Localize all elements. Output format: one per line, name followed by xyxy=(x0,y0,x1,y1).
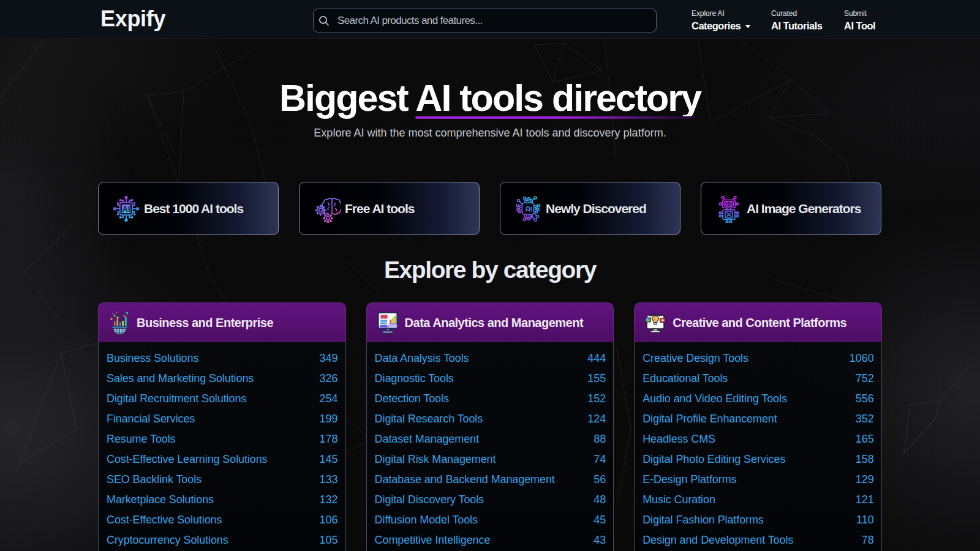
svg-text:AI: AI xyxy=(123,204,130,213)
